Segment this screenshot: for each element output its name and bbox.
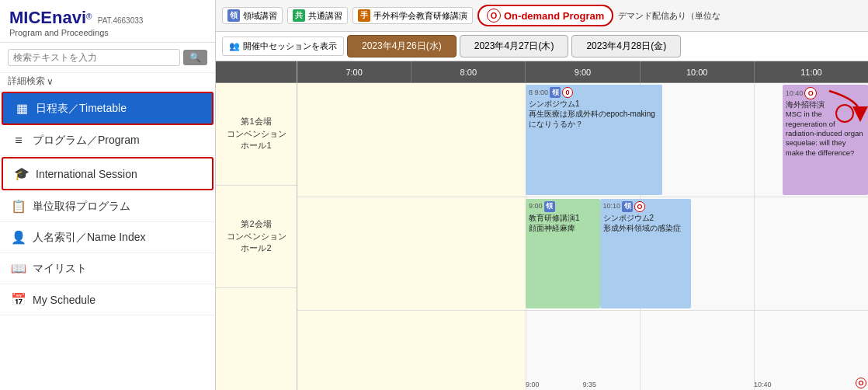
time-9: 9:00: [526, 61, 640, 82]
time-11: 11:00: [755, 61, 868, 82]
logo-registered: ®: [86, 12, 92, 21]
sidebar-item-mylist-label: マイリスト: [33, 262, 87, 276]
session-row-2: 9:00 領 教育研修講演1顔面神経麻痺 10:10 領 O シンポジウム2形成…: [297, 197, 868, 312]
shukai-symbol: 手: [358, 9, 370, 22]
empty-zone-1: [297, 83, 526, 197]
tag-ryoiki-btn[interactable]: 領 領域講習: [222, 7, 283, 24]
date-tab-0[interactable]: 2023年4月26日(水): [347, 35, 457, 57]
advanced-search[interactable]: 詳細検索 ∨: [0, 73, 215, 91]
grid-line-3-3: [640, 311, 641, 390]
timetable-wrapper: 第1会場コンベンションホール1 第2会場コンベンションホール2 7:00 8:0…: [216, 61, 868, 390]
sidebar-item-international-label: International Session: [36, 168, 137, 180]
empty-zone-2: [297, 197, 526, 311]
symposium2-ondemand-tag: O: [634, 201, 645, 212]
main-content: 領 領域講習 共 共通講習 手 手外科学会教育研修講演 O On-demand …: [216, 0, 868, 390]
logo-subtitle: Program and Proceedings: [9, 28, 206, 37]
venue-1-label: 第1会場コンベンションホール1: [216, 83, 297, 186]
date-tab-1[interactable]: 2023年4月27日(木): [460, 35, 569, 57]
sidebar-item-program[interactable]: ≡ プログラム／Program: [0, 126, 215, 156]
session-row-1: 8 9:00 領 0 シンポジウム1再生医療は形成外科のepoch-making…: [297, 83, 868, 197]
open-session-button[interactable]: 👥 開催中セッションを表示: [222, 37, 344, 56]
overseas-tag-row: 10:40 O: [786, 87, 865, 99]
ryoiki-label: 領域講習: [243, 10, 277, 22]
logo-title: MICEnavi® PAT.4663033: [9, 8, 206, 28]
sidebar: MICEnavi® PAT.4663033 Program and Procee…: [0, 0, 216, 390]
session-kyoiku1[interactable]: 9:00 領 教育研修講演1顔面神経麻痺: [526, 199, 600, 309]
empty-zone-3: [297, 311, 526, 390]
row3-time3: 10:40: [754, 381, 772, 388]
grid-line-4: [754, 83, 755, 197]
date-tab-2[interactable]: 2023年4月28日(金): [571, 35, 681, 57]
session-tag-row: 8 9:00 領 0: [529, 87, 659, 98]
row3-time1: 9:00: [526, 381, 540, 388]
row3-time2: 9:35: [583, 381, 597, 388]
time-header-spacer: [216, 61, 297, 83]
kyotsu-symbol: 共: [293, 9, 305, 22]
tag-shukai-btn[interactable]: 手 手外科学会教育研修講演: [352, 7, 473, 24]
overseas-time: 10:40: [786, 89, 804, 98]
kyoiku1-title: 教育研修講演1顔面神経麻痺: [529, 213, 597, 233]
tag-kyotsu-btn[interactable]: 共 共通講習: [287, 7, 348, 24]
open-session-icon: 👥: [229, 41, 240, 51]
sidebar-item-myschedule[interactable]: 📅 My Schedule: [0, 284, 215, 315]
symposium2-ryoiki-tag: 領: [622, 201, 633, 212]
venue-column: 第1会場コンベンションホール1 第2会場コンベンションホール2: [216, 61, 297, 390]
ryoiki-tag: 領: [550, 87, 561, 98]
venue-2-label: 第2会場コンベンションホール2: [216, 186, 297, 288]
symposium2-title: シンポジウム2形成外科領域の感染症: [603, 213, 689, 233]
unit-icon: 📋: [11, 199, 26, 214]
myschedule-icon: 📅: [11, 292, 26, 307]
sidebar-item-myschedule-label: My Schedule: [33, 294, 95, 306]
kyotsu-label: 共通講習: [308, 10, 342, 22]
grid-line-2-4: [754, 197, 755, 311]
symposium1-title: シンポジウム1再生医療は形成外科のepoch-makingになりうるか？: [529, 99, 659, 129]
search-area: 🔍: [0, 43, 215, 73]
ondemand-tag: 0: [562, 87, 573, 98]
ondemand-circle-icon: O: [487, 9, 501, 23]
row3-ondemand: O: [856, 377, 866, 388]
sidebar-item-timetable[interactable]: ▦ 日程表／Timetable: [2, 92, 214, 125]
symposium2-tag-row: 10:10 領 O: [603, 201, 689, 212]
grid-line-3-4: [754, 311, 755, 390]
session-symposium2[interactable]: 10:10 領 O シンポジウム2形成外科領域の感染症: [600, 199, 692, 309]
logo-pat: PAT.4663033: [98, 16, 144, 25]
ondemand-btn[interactable]: O On-demand Program: [477, 5, 613, 26]
time-header-row: 7:00 8:00 9:00 10:00 11:00: [297, 61, 868, 83]
overseas-title: 海外招待演MSC in the regeneration of radiatio…: [786, 100, 865, 158]
time-10: 10:00: [641, 61, 755, 82]
session-row-3: 9:00 9:35 10:40 O: [297, 311, 868, 390]
search-input[interactable]: [8, 49, 180, 66]
kyoiku-ryoiki-tag: 領: [544, 201, 555, 212]
time-7: 7:00: [297, 61, 411, 82]
date-tabs-row: 👥 開催中セッションを表示 2023年4月26日(水) 2023年4月27日(木…: [216, 32, 868, 61]
timetable-icon: ▦: [14, 101, 30, 116]
symposium2-time: 10:10: [603, 201, 621, 211]
grid-area: 7:00 8:00 9:00 10:00 11:00: [297, 61, 868, 390]
time-8: 8:00: [411, 61, 526, 82]
row3-o-tag: O: [856, 378, 866, 388]
search-button[interactable]: 🔍: [183, 50, 207, 65]
sidebar-item-nameindex[interactable]: 👤 人名索引／Name Index: [0, 222, 215, 253]
toolbar-extra: デマンド配信あり（単位な: [618, 10, 720, 22]
international-icon: 🎓: [14, 166, 30, 181]
sidebar-item-program-label: プログラム／Program: [33, 134, 140, 148]
sidebar-item-unit[interactable]: 📋 単位取得プログラム: [0, 191, 215, 222]
sidebar-item-international[interactable]: 🎓 International Session: [2, 157, 214, 190]
session-overseas[interactable]: 10:40 O 海外招待演MSC in the regeneration of …: [783, 85, 868, 195]
logo-area: MICEnavi® PAT.4663033 Program and Procee…: [0, 0, 215, 43]
mylist-icon: 📖: [11, 261, 26, 276]
nameindex-icon: 👤: [11, 230, 26, 245]
shukai-label: 手外科学会教育研修講演: [373, 10, 467, 22]
grid-line-3-2: [526, 311, 526, 390]
sidebar-item-mylist[interactable]: 📖 マイリスト: [0, 253, 215, 284]
overseas-ondemand-tag: O: [804, 87, 817, 99]
toolbar: 領 領域講習 共 共通講習 手 手外科学会教育研修講演 O On-demand …: [216, 0, 868, 32]
session-time: 8 9:00: [529, 88, 548, 97]
kyoiku-time: 9:00: [529, 201, 543, 211]
chevron-down-icon: ∨: [47, 76, 54, 87]
sidebar-item-unit-label: 単位取得プログラム: [33, 200, 130, 214]
logo-text: MICEnavi: [9, 8, 86, 27]
open-session-label: 開催中セッションを表示: [243, 40, 337, 52]
session-symposium1[interactable]: 8 9:00 領 0 シンポジウム1再生医療は形成外科のepoch-making…: [526, 85, 662, 195]
kyoiku-tag-row: 9:00 領: [529, 201, 597, 212]
